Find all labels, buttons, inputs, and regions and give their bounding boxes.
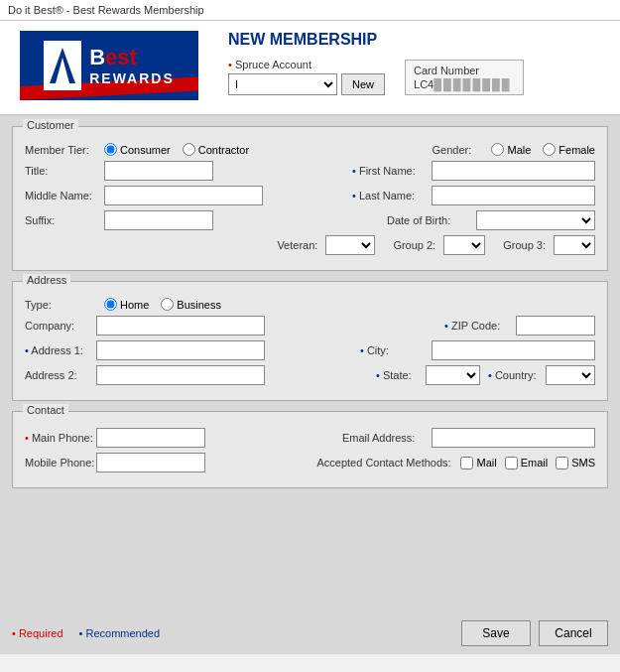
cancel-button[interactable]: Cancel (539, 620, 608, 646)
address-section: Address Type: Home Business Com (12, 281, 608, 401)
first-name-input[interactable] (432, 161, 595, 181)
sms-checkbox[interactable] (556, 457, 568, 470)
female-radio[interactable] (543, 143, 556, 156)
first-name-label: First Name: (352, 165, 432, 177)
middle-name-input[interactable] (104, 186, 263, 205)
address2-input[interactable] (96, 365, 265, 385)
svg-marker-0 (50, 48, 75, 83)
male-radio[interactable] (491, 143, 504, 156)
title-label: Title: (25, 165, 104, 177)
header-area: B est REWARDS NEW MEMBERSHIP Spruce Acco… (0, 21, 620, 116)
state-select[interactable] (426, 365, 480, 385)
address2-label: Address 2: (25, 369, 96, 381)
email-checkbox[interactable] (505, 457, 518, 470)
business-label: Business (177, 299, 221, 311)
contractor-label: Contractor (198, 144, 249, 156)
logo-box: B est REWARDS (20, 31, 198, 100)
city-input[interactable] (432, 340, 595, 360)
zip-input[interactable] (516, 316, 595, 336)
member-tier-label: Member Tier: (25, 144, 104, 156)
gender-radio-group: Male Female (491, 143, 595, 156)
addr2-state-row: Address 2: State: Country: (25, 365, 595, 385)
email-input[interactable] (432, 428, 595, 448)
zip-label: ZIP Code: (444, 320, 516, 332)
address-section-title: Address (23, 274, 70, 286)
suffix-input[interactable] (104, 210, 213, 230)
consumer-radio-label[interactable]: Consumer (104, 143, 171, 156)
group2-label: Group 2: (393, 239, 435, 251)
new-button[interactable]: New (341, 73, 385, 95)
address1-input[interactable] (96, 340, 265, 360)
dob-label: Date of Birth: (387, 214, 476, 226)
main-content: Customer Member Tier: Consumer Contracto… (0, 116, 620, 612)
male-label: Male (507, 144, 531, 156)
suffix-label: Suffix: (25, 214, 104, 226)
logo-rewards-text: REWARDS (89, 70, 175, 86)
mobile-methods-row: Mobile Phone: Accepted Contact Methods: … (25, 453, 595, 472)
business-radio-label[interactable]: Business (161, 298, 221, 311)
legend-row: Required Recommended (12, 627, 160, 639)
title-bar: Do it Best® - Best Rewards Membership (0, 0, 620, 21)
email-label: Email (521, 457, 549, 469)
window-title: Do it Best® - Best Rewards Membership (8, 4, 204, 16)
male-radio-label[interactable]: Male (491, 143, 531, 156)
home-label: Home (120, 299, 149, 311)
female-label: Female (558, 144, 595, 156)
mail-checkbox-label[interactable]: Mail (460, 457, 496, 470)
mail-checkbox[interactable] (460, 457, 473, 470)
contact-section: Contact Main Phone: Email Address: Mobil… (12, 411, 608, 488)
female-radio-label[interactable]: Female (543, 143, 595, 156)
last-name-label: Last Name: (352, 190, 432, 202)
spruce-account-select[interactable]: I (228, 73, 337, 95)
contractor-radio-label[interactable]: Contractor (183, 143, 249, 156)
new-membership-title: NEW MEMBERSHIP (228, 31, 600, 49)
veteran-select[interactable] (325, 235, 375, 255)
save-button[interactable]: Save (461, 620, 531, 646)
recommended-legend: Recommended (79, 627, 161, 639)
accepted-methods-label: Accepted Contact Methods: (316, 457, 460, 469)
customer-section-title: Customer (23, 119, 78, 131)
business-radio[interactable] (161, 298, 174, 311)
card-number-box: Card Number LC4████████ (405, 60, 524, 95)
spruce-account-label: Spruce Account (228, 59, 385, 70)
dob-select[interactable] (476, 210, 595, 230)
company-zip-row: Company: ZIP Code: (25, 316, 595, 336)
mobile-phone-input[interactable] (96, 453, 205, 472)
footer-area: Required Recommended Save Cancel (0, 612, 620, 654)
middle-name-label: Middle Name: (25, 190, 104, 202)
header-form: NEW MEMBERSHIP Spruce Account I New Card… (228, 31, 600, 95)
company-input[interactable] (96, 316, 265, 336)
home-radio-label[interactable]: Home (104, 298, 149, 311)
gender-label: Gender: (432, 144, 491, 156)
veteran-group-row: Veteran: Group 2: Group 3: (25, 235, 595, 255)
footer-buttons: Save Cancel (461, 620, 608, 646)
sms-checkbox-label[interactable]: SMS (556, 457, 595, 470)
address-type-label: Type: (25, 299, 104, 311)
home-radio[interactable] (104, 298, 117, 311)
email-checkbox-label[interactable]: Email (505, 457, 549, 470)
contractor-radio[interactable] (183, 143, 195, 156)
veteran-label: Veteran: (277, 239, 317, 251)
member-tier-radio-group: Consumer Contractor (104, 143, 249, 156)
phone-email-row: Main Phone: Email Address: (25, 428, 595, 448)
group3-label: Group 3: (503, 239, 546, 251)
group3-select[interactable] (554, 235, 595, 255)
last-name-input[interactable] (432, 186, 595, 205)
required-legend: Required (12, 627, 63, 639)
title-input[interactable] (104, 161, 213, 181)
addr1-city-row: Address 1: City: (25, 340, 595, 360)
company-label: Company: (25, 320, 96, 332)
card-number-value: LC4████████ (414, 78, 515, 90)
title-firstname-row: Title: First Name: (25, 161, 595, 181)
address-type-radio: Home Business (104, 298, 221, 311)
country-label: Country: (488, 369, 546, 381)
customer-section: Customer Member Tier: Consumer Contracto… (12, 126, 608, 271)
mobile-phone-label: Mobile Phone: (25, 457, 96, 469)
main-phone-input[interactable] (96, 428, 205, 448)
contact-section-title: Contact (23, 404, 68, 416)
card-number-label: Card Number (414, 65, 515, 76)
middlename-lastname-row: Middle Name: Last Name: (25, 186, 595, 205)
consumer-radio[interactable] (104, 143, 117, 156)
country-select[interactable] (546, 365, 595, 385)
group2-select[interactable] (443, 235, 485, 255)
